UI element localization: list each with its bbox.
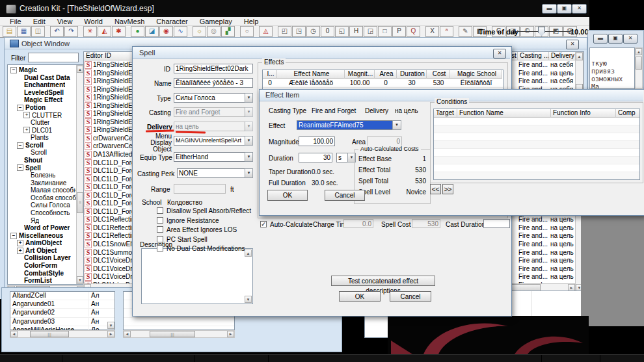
- tree-item-spell[interactable]: −Spell: [9, 164, 84, 172]
- collapse-icon[interactable]: −: [10, 67, 17, 73]
- checkbox-2[interactable]: [157, 226, 163, 233]
- tree-item-shout[interactable]: Shout: [9, 157, 84, 164]
- filter-input[interactable]: [28, 53, 79, 62]
- effect-ok-button[interactable]: OK: [267, 190, 308, 201]
- effects-column-6[interactable]: Magic School: [450, 70, 502, 79]
- conditions-column-0[interactable]: Target: [434, 109, 457, 118]
- tree-item-animobject[interactable]: +AnimObject: [9, 239, 84, 247]
- type-combo-arrow-icon[interactable]: ▼: [245, 93, 253, 103]
- cell-list-scroll-down-icon[interactable]: ▼: [107, 322, 114, 329]
- marker-a-icon[interactable]: ª: [440, 26, 453, 37]
- snap-grid-icon[interactable]: ✳: [83, 26, 97, 37]
- collapse-icon[interactable]: −: [17, 142, 23, 149]
- tree-item-scroll[interactable]: Scroll: [9, 149, 84, 157]
- conditions-prev-button[interactable]: <<: [430, 184, 441, 194]
- snap-reference-icon[interactable]: ✱: [112, 26, 126, 37]
- snap-angle-icon[interactable]: ◭: [98, 26, 111, 37]
- preferences-icon[interactable]: ◫: [31, 26, 45, 37]
- collapse-icon[interactable]: −: [17, 105, 23, 111]
- test-descriptions-button[interactable]: Test concatenated effect descriptions: [331, 276, 435, 286]
- tree-item-combatstyle[interactable]: CombatStyle: [9, 270, 84, 278]
- duration-input[interactable]: 30: [299, 153, 332, 162]
- casting-perk-combo[interactable]: NONE: [177, 168, 245, 178]
- spell-ok-button[interactable]: OK: [339, 291, 381, 302]
- menu-item-navmesh[interactable]: NavMesh: [109, 18, 150, 25]
- x-marker-icon[interactable]: X: [425, 26, 439, 37]
- effects-table-row[interactable]: 0Æèâîé ìåðòâåö100.00030530Êîëäîâñòâî: [263, 79, 503, 88]
- menu-item-gameplay[interactable]: Gameplay: [194, 18, 238, 25]
- sky-icon[interactable]: ◎: [207, 26, 221, 37]
- conditions-column-1[interactable]: Function Name: [457, 109, 551, 118]
- tree-item-magic[interactable]: −Magic: [9, 66, 84, 74]
- tree-item-colorform[interactable]: ColorForm: [9, 262, 84, 270]
- id-input[interactable]: 1RingShieldEffect02Dark: [174, 64, 253, 73]
- menu-item-edit[interactable]: Edit: [27, 18, 51, 25]
- tree-item-clutter[interactable]: +CLUTTER: [9, 111, 84, 119]
- conditions-next-button[interactable]: >>: [442, 184, 453, 194]
- effects-column-1[interactable]: Effect Name: [277, 70, 345, 79]
- quest-marker-icon[interactable]: Q: [407, 26, 420, 37]
- magnitude-input[interactable]: 100.00: [299, 136, 335, 146]
- tree-item-plants[interactable]: Plants: [9, 134, 84, 142]
- menu-item-world[interactable]: World: [78, 18, 109, 25]
- undo-icon[interactable]: ↶: [50, 26, 64, 37]
- preview-minimize-button[interactable]: ▬: [593, 34, 608, 44]
- redo-icon[interactable]: ↷: [64, 26, 78, 37]
- open-icon[interactable]: ▤: [3, 26, 16, 37]
- effects-column-0[interactable]: I...: [263, 70, 277, 79]
- save-icon[interactable]: ▦: [17, 26, 31, 37]
- menu-item-file[interactable]: File: [4, 18, 27, 25]
- checkbox-1[interactable]: [157, 217, 163, 224]
- tree-item-word-of-power[interactable]: Word of Power: [9, 224, 84, 232]
- tree-item-enchantment[interactable]: Enchantment: [9, 81, 84, 89]
- expand-icon[interactable]: +: [17, 240, 23, 246]
- lights-icon[interactable]: ☼: [193, 26, 206, 37]
- duration-unit-combo[interactable]: s: [336, 153, 348, 162]
- tree-item-collision-layer[interactable]: Collision Layer: [9, 254, 84, 262]
- preview-text-area[interactable]: ткую привязозможных Ма: [589, 47, 635, 89]
- cell-list-hscrollbar[interactable]: ◄ ||| ►: [10, 330, 115, 338]
- effect-cancel-button[interactable]: Cancel: [325, 190, 365, 201]
- cell-row[interactable]: Angarvunde01Ан: [10, 300, 114, 309]
- checkbox-0[interactable]: [157, 207, 163, 214]
- cube-reset-icon[interactable]: ◰: [278, 26, 291, 37]
- collapse-icon[interactable]: −: [17, 164, 23, 171]
- type-combo[interactable]: Силы Голоса: [174, 93, 245, 103]
- tree-item-особая-способность[interactable]: Особая способность: [9, 194, 84, 202]
- preview-maximize-button[interactable]: ▣: [608, 34, 623, 44]
- tree-item-болезнь[interactable]: Болезнь: [9, 172, 84, 179]
- tree-item-dual-cast-data[interactable]: Dual Cast Data: [9, 74, 84, 82]
- conditions-column-2[interactable]: Function Info: [551, 109, 616, 118]
- tree-item-яд[interactable]: Яд: [9, 217, 84, 225]
- collapse-icon[interactable]: −: [10, 233, 17, 239]
- effects-column-2[interactable]: Magnit...: [345, 70, 375, 79]
- effects-column-4[interactable]: Duration: [397, 70, 427, 79]
- expand-icon[interactable]: +: [23, 127, 30, 133]
- checkbox-4[interactable]: [157, 245, 163, 252]
- hall-marker-icon[interactable]: H: [349, 26, 363, 37]
- cube-solid-icon[interactable]: ◱: [335, 26, 349, 37]
- menu-display-object-combo[interactable]: MAGINVUnrelentSpellArt: [174, 136, 245, 146]
- effects-column-3[interactable]: Area: [375, 70, 397, 79]
- column-header-casting[interactable]: Casting ...: [518, 52, 549, 60]
- heightmap-icon[interactable]: ◬: [259, 26, 273, 37]
- casting-perk-combo-arrow-icon[interactable]: ▼: [245, 168, 253, 178]
- tree-item-formlist[interactable]: FormList: [9, 277, 84, 285]
- render-sphere-icon[interactable]: ●: [131, 26, 144, 37]
- close-button[interactable]: ✕: [572, 4, 587, 14]
- clock-icon[interactable]: ◷: [306, 26, 320, 37]
- object-window-close-icon[interactable]: ✕: [566, 40, 579, 49]
- maximize-button[interactable]: ▣: [557, 4, 572, 14]
- dialogue-icon[interactable]: ○: [240, 26, 254, 37]
- minimize-button[interactable]: ▬: [542, 4, 557, 14]
- spell-cancel-button[interactable]: Cancel: [390, 291, 431, 302]
- effect-combo[interactable]: ReanimateFFAimed75: [297, 120, 393, 130]
- taskbar[interactable]: [0, 354, 644, 362]
- portal-marker-icon[interactable]: P: [392, 26, 406, 37]
- room-marker-icon[interactable]: □: [378, 26, 392, 37]
- tree-item-scroll[interactable]: −Scroll: [9, 142, 84, 149]
- spell-dialog-close-icon[interactable]: ✕: [493, 49, 506, 58]
- grass-icon[interactable]: ▞: [221, 26, 235, 37]
- name-input[interactable]: Ëîáàíîâñêèé ýôôåêò - 3: [174, 78, 253, 88]
- auto-calculate-checkbox[interactable]: ✓: [260, 221, 267, 227]
